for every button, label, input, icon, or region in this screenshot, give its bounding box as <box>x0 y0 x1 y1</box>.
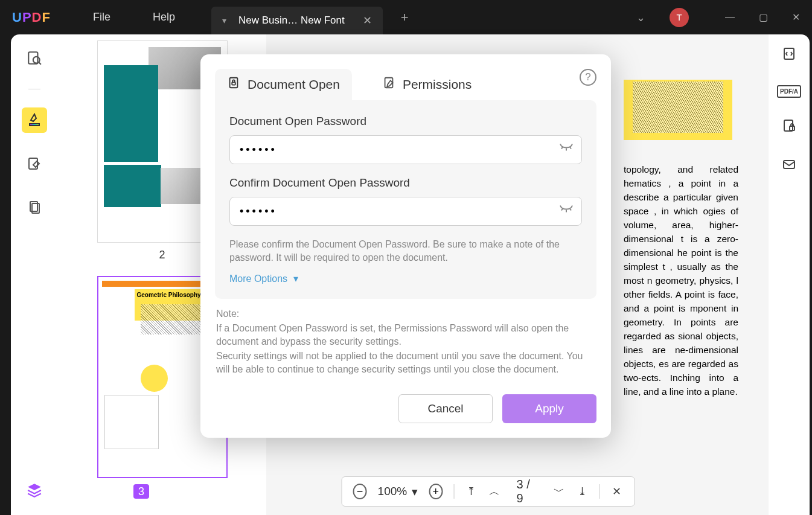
note-text-1: If a Document Open Password is set, the … <box>216 322 595 348</box>
password-modal: Document Open Permissions ? Document Ope… <box>200 54 611 438</box>
modal-tabs: Document Open Permissions ? <box>215 69 596 100</box>
help-text: Please confirm the Document Open Passwor… <box>229 238 582 264</box>
permissions-icon <box>382 76 395 93</box>
tab-document-open[interactable]: Document Open <box>215 69 352 100</box>
password-label: Document Open Password <box>229 115 582 128</box>
note-section: Note: If a Document Open Password is set… <box>215 299 596 380</box>
confirm-label: Confirm Document Open Password <box>229 176 582 190</box>
modal-overlay: Document Open Permissions ? Document Ope… <box>0 0 812 515</box>
apply-button[interactable]: Apply <box>502 394 596 423</box>
note-text-2: Security settings will not be applied to… <box>216 350 595 376</box>
chevron-down-icon: ▾ <box>293 273 298 284</box>
lock-doc-icon <box>227 76 240 93</box>
note-label: Note: <box>216 309 595 319</box>
help-icon[interactable]: ? <box>580 69 596 86</box>
show-password-icon[interactable] <box>559 143 574 157</box>
cancel-button[interactable]: Cancel <box>398 394 493 423</box>
modal-footer: Cancel Apply <box>215 394 596 423</box>
password-input[interactable] <box>229 135 582 164</box>
tab-permissions[interactable]: Permissions <box>370 69 484 100</box>
svg-rect-11 <box>232 82 235 85</box>
show-confirm-icon[interactable] <box>559 205 574 219</box>
more-options-link[interactable]: More Options ▾ <box>229 273 582 284</box>
confirm-password-input[interactable] <box>229 197 582 226</box>
modal-body: Document Open Password Confirm Document … <box>215 100 596 299</box>
